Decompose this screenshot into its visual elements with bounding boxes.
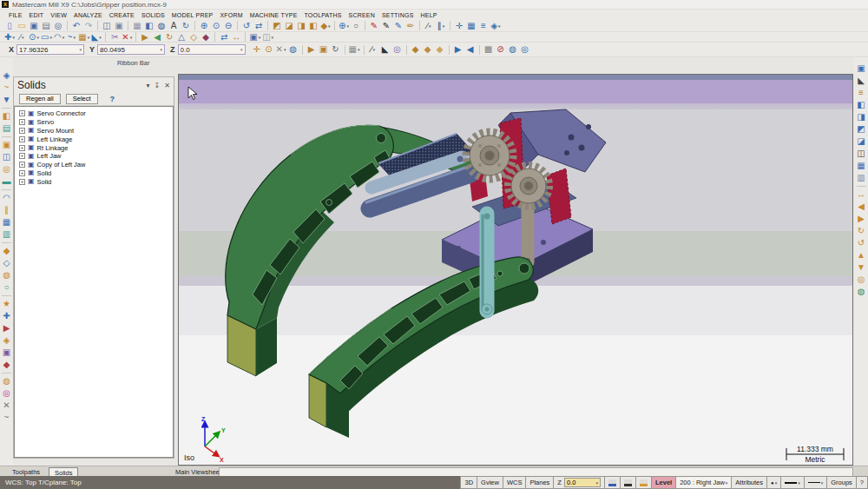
y-coordinate-field[interactable]: ▾ [97, 44, 165, 55]
toolpath-contour-icon[interactable]: ▶ [2, 322, 12, 334]
expand-icon[interactable]: + [19, 136, 25, 142]
fit-screen-icon[interactable]: ▣ [856, 63, 866, 75]
web-help-icon[interactable]: ◎ [520, 44, 530, 55]
gview-side-icon[interactable]: ◨ [296, 21, 306, 31]
dropdown-caret-icon[interactable]: ▾ [328, 23, 331, 29]
select-button[interactable]: Select [66, 94, 98, 104]
menu-toolpaths[interactable]: TOOLPATHS [301, 12, 345, 18]
solid-extrude-icon[interactable]: ◆ [2, 245, 12, 257]
nudge-up-icon[interactable]: ▲ [856, 249, 866, 261]
rotate-cw-icon[interactable]: ↻ [856, 225, 866, 237]
tree-item-servo-connector[interactable]: +▣Servo Connector [19, 109, 173, 118]
create-line-icon[interactable]: ∕▾ [16, 32, 27, 43]
line-style-dropdown[interactable]: ▾ [781, 476, 805, 489]
attributes-button[interactable]: Attributes [732, 476, 767, 489]
level-button[interactable]: Level [652, 476, 676, 489]
gear-arm-solid[interactable] [525, 205, 530, 263]
xform-rotate-icon[interactable]: ↻ [164, 32, 174, 43]
gview-front-icon[interactable]: ◪ [284, 21, 294, 31]
delete-entities-menu-icon[interactable]: ✕▾ [122, 32, 132, 43]
redo-icon[interactable]: ↷ [83, 21, 94, 31]
flowline-icon[interactable]: ▤ [2, 122, 12, 135]
sync-views-icon[interactable]: ◎ [856, 274, 866, 286]
select-chain-icon[interactable]: ◎ [392, 44, 403, 55]
tree-item-servo[interactable]: +▣Servo [19, 118, 173, 127]
select-cursor-icon[interactable]: ◣ [380, 44, 391, 55]
grid-settings-icon[interactable]: ▦ [466, 21, 477, 31]
create-circle-icon[interactable]: ⊙▾ [29, 32, 39, 43]
select-last-icon[interactable]: ▶ [306, 44, 317, 55]
snap-settings-icon[interactable]: ✛ [454, 21, 464, 31]
status-z-input[interactable] [567, 479, 595, 486]
regen-all-button[interactable]: Regen all [19, 94, 61, 104]
viewport-layout-icon[interactable]: ◫ [102, 21, 112, 31]
status-gview-button[interactable]: Gview [477, 476, 503, 489]
solid-shell-icon[interactable]: ○ [2, 281, 12, 294]
machine-sim-icon[interactable]: ~ [2, 412, 12, 424]
select-refresh-icon[interactable]: ↻ [331, 44, 341, 55]
line-width-dropdown[interactable]: ▾ [805, 476, 828, 489]
unzoom-icon[interactable]: ⊖ [223, 21, 233, 31]
pan-icon[interactable]: ⇄ [253, 21, 264, 31]
machine-def-icon[interactable]: ▣ [2, 139, 12, 151]
dropdown-caret-icon[interactable]: ▾ [259, 35, 261, 40]
stretch-icon[interactable]: ↔ [231, 32, 241, 43]
surface-color-button[interactable] [636, 476, 652, 489]
gview-wcs-icon[interactable]: ◧ [856, 99, 866, 111]
xform-translate-icon[interactable]: ▶ [140, 32, 150, 43]
pen-highlight-icon[interactable]: ✏ [405, 21, 416, 31]
flip-left-icon[interactable]: ◀ [856, 201, 866, 213]
viewport-expand-icon[interactable]: ▣ [114, 21, 124, 31]
z-coordinate-input[interactable] [181, 46, 240, 54]
z-coordinate-field[interactable]: ▾ [178, 44, 246, 55]
menu-machine-type[interactable]: MACHINE TYPE [247, 12, 301, 18]
y-coordinate-input[interactable] [100, 46, 160, 54]
screen-blank-icon[interactable]: ◧ [144, 21, 155, 31]
trim-entities-icon[interactable]: ✂ [109, 32, 120, 43]
xform-mirror-icon[interactable]: ◀ [152, 32, 162, 43]
xform-scale-icon[interactable]: △ [176, 32, 187, 43]
grid-snap-icon[interactable]: ▦▾ [349, 44, 360, 55]
zoom-target-icon[interactable]: ⊙ [211, 21, 221, 31]
menu-file[interactable]: FILE [5, 12, 26, 18]
dropdown-caret-icon[interactable]: ▾ [130, 35, 133, 40]
line-style-caret-icon[interactable]: ▾ [798, 480, 800, 486]
toolpath-drill-icon[interactable]: ★ [2, 298, 12, 310]
origin-select-icon[interactable]: ⊕▾ [339, 21, 349, 31]
xform-offset-icon[interactable]: ◇ [188, 32, 199, 43]
menu-analyze[interactable]: ANALYZE [70, 12, 106, 18]
dropdown-caret-icon[interactable]: ▾ [284, 47, 286, 52]
blank-entity-icon[interactable]: ▶ [453, 44, 464, 55]
dropdown-caret-icon[interactable]: ▾ [36, 35, 39, 40]
menu-settings[interactable]: SETTINGS [378, 12, 418, 18]
create-point-icon[interactable]: ✚▾ [4, 32, 15, 43]
x-coordinate-field[interactable]: ▾ [16, 44, 84, 55]
hide-entity-icon[interactable]: ⊘ [496, 44, 506, 55]
rt-linkage-solid[interactable] [482, 214, 492, 315]
create-rectangle-icon[interactable]: ▭▾ [41, 32, 52, 43]
expand-icon[interactable]: + [19, 110, 25, 116]
line-width-caret-icon[interactable]: ▾ [821, 480, 824, 486]
gview-menu-icon[interactable]: ◆▾ [320, 21, 331, 31]
dropdown-caret-icon[interactable]: ▾ [49, 35, 52, 40]
line-style-icon[interactable]: ∕▾ [424, 21, 434, 31]
line-width-icon[interactable]: ∥▾ [436, 21, 446, 31]
point-type-dropdown[interactable]: ●▾ [767, 476, 781, 489]
level-caret-icon[interactable]: ▾ [726, 480, 728, 486]
groups-button[interactable]: Groups [827, 476, 857, 489]
unblank-entity-icon[interactable]: ◀ [465, 44, 476, 55]
dropdown-caret-icon[interactable]: ▾ [373, 47, 376, 52]
right-jaw-solid[interactable] [309, 257, 538, 438]
toolpath-surface-icon[interactable]: ◈ [2, 334, 12, 347]
panel-help-icon[interactable]: ? [110, 95, 115, 103]
toolpath-wire-icon[interactable]: ◆ [2, 359, 12, 371]
pen-black-icon[interactable]: ✎ [381, 21, 391, 31]
status-planes-button[interactable]: Planes [526, 476, 554, 489]
z-dropdown-icon[interactable]: ▾ [240, 47, 243, 52]
world-view-icon[interactable]: ◍ [856, 286, 866, 298]
gview-cplane-icon[interactable]: ◨ [856, 111, 866, 123]
menu-create[interactable]: CREATE [106, 12, 138, 18]
point-override-icon[interactable]: ✕▾ [276, 44, 286, 55]
new-file-icon[interactable]: ▯ [4, 21, 15, 31]
menu-model-prep[interactable]: MODEL PREP [168, 12, 217, 18]
